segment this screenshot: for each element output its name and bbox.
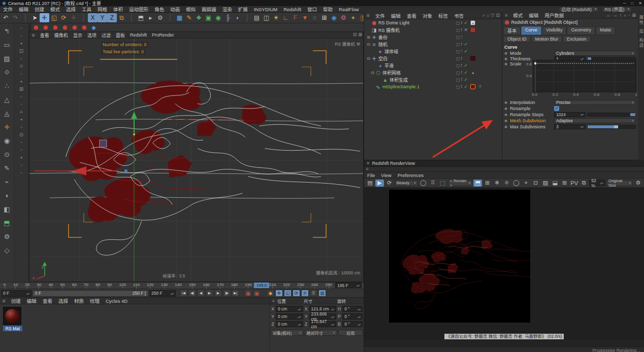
workplane-icon[interactable]: ∟: [281, 13, 291, 22]
viewport-maximize-icon[interactable]: ⊞: [358, 32, 362, 37]
layer-box-icon[interactable]: ▢: [456, 21, 460, 25]
range-start-field[interactable]: 0 F▴▾: [1, 290, 31, 297]
visibility-dots[interactable]: ∶: [461, 34, 463, 40]
attribute-tab[interactable]: 基本: [503, 26, 521, 35]
edges-mode-icon[interactable]: △: [1, 93, 13, 107]
menu-item[interactable]: 文件: [0, 6, 16, 12]
copy-icon[interactable]: ⧉: [579, 180, 588, 187]
object-row[interactable]: ⊞ ✛ 备份 ▢ ∶: [364, 33, 502, 41]
palette-icon[interactable]: ▫: [16, 93, 27, 100]
menu-item[interactable]: 工具: [79, 6, 94, 12]
record-scale-toggle[interactable]: ◱: [284, 290, 292, 297]
layout-combo[interactable]: 启动 (Redshift)▾: [559, 7, 599, 12]
renderview-canvas[interactable]: [364, 188, 644, 333]
undo-icon[interactable]: ↶: [1, 13, 11, 22]
palette-icon[interactable]: ◦: [16, 32, 27, 40]
object-name[interactable]: 空白: [378, 55, 456, 62]
hamburger-icon[interactable]: ≡: [0, 298, 8, 304]
forward-icon[interactable]: →: [613, 13, 618, 18]
layer-box-icon[interactable]: ▢: [456, 28, 460, 32]
workplane-mode-icon[interactable]: ⟐: [1, 65, 13, 79]
palette-icon[interactable]: ◦: [16, 100, 27, 108]
rs-object-icon[interactable]: ⬢: [31, 24, 40, 31]
attribute-tab[interactable]: Visibility: [542, 26, 566, 35]
search-icon[interactable]: ⌕: [482, 13, 485, 18]
enable-check[interactable]: ✕: [463, 27, 468, 32]
viewport-solo-icon[interactable]: ⊙: [1, 148, 13, 161]
scale-curve-graph[interactable]: [533, 60, 636, 92]
back-icon[interactable]: ←: [606, 13, 611, 18]
enable-check[interactable]: ✓: [463, 77, 468, 82]
palette-icon[interactable]: ⊡: [16, 47, 27, 55]
dither-icon[interactable]: ⠿: [429, 180, 437, 187]
visibility-dots[interactable]: ∶: [461, 70, 463, 75]
layer-box-icon[interactable]: ▢: [456, 78, 460, 82]
attribute-menu-item[interactable]: 模式: [510, 12, 526, 18]
material-menu-item[interactable]: 查看: [40, 298, 55, 304]
attribute-menu-item[interactable]: 用户数据: [541, 12, 567, 18]
magnet-icon[interactable]: ◖: [1, 189, 13, 202]
menu-item[interactable]: 选择: [63, 6, 79, 12]
tag-icon[interactable]: ◖: [470, 20, 475, 25]
max-subdivisions-field[interactable]: 3▴▾: [554, 124, 586, 129]
next-frame-button[interactable]: ▶: [214, 290, 222, 297]
record-position-toggle[interactable]: ✛: [275, 290, 283, 297]
lock-x-icon[interactable]: X: [88, 13, 98, 22]
mode-combo[interactable]: Cylinders∨: [554, 51, 636, 56]
primitive-cube-icon[interactable]: ▦: [175, 13, 184, 22]
play-button[interactable]: ▶: [206, 290, 213, 297]
material-menu-item[interactable]: 选择: [55, 298, 71, 304]
rs-material-icon[interactable]: ◆: [89, 24, 98, 31]
hamburger-icon[interactable]: ≡: [366, 167, 369, 171]
lock-y-icon[interactable]: Y: [98, 13, 107, 22]
deformer-icon[interactable]: ╟: [223, 13, 233, 22]
spline-pen-icon[interactable]: ✎: [184, 13, 194, 22]
coord-mode-combo[interactable]: 对象(相对)∨: [271, 330, 304, 336]
up-icon[interactable]: ↑: [620, 13, 622, 18]
layer-box-icon[interactable]: ▢: [456, 42, 460, 47]
interpolation-combo[interactable]: Precise∨: [554, 100, 636, 105]
fit-view-icon[interactable]: ⊡: [531, 180, 540, 187]
object-menu-item[interactable]: 查看: [404, 12, 420, 19]
extrude-icon[interactable]: ⬒: [1, 216, 13, 230]
layer-box-icon[interactable]: ▢: [456, 56, 460, 61]
menu-item[interactable]: 帮助: [320, 6, 336, 12]
settings-icon[interactable]: ⚙: [1, 230, 13, 243]
object-row[interactable]: ◕ 平滑 ▢ ∶ ✓: [364, 62, 502, 69]
object-name[interactable]: 备份: [378, 34, 456, 41]
visibility-dots[interactable]: ∶: [461, 77, 463, 82]
object-name[interactable]: RS 摄像机: [378, 27, 456, 33]
crop-icon[interactable]: ⬚: [438, 180, 447, 187]
region-icon[interactable]: ◯: [512, 180, 521, 187]
hamburger-icon[interactable]: ≡: [502, 13, 510, 18]
enable-check[interactable]: ✓: [463, 70, 468, 75]
object-row[interactable]: ◨ RS 摄像机 ▢ ∶ ✕: [364, 26, 502, 33]
zoom-field[interactable]: 52 %▴▾: [589, 180, 605, 186]
renderview-menu-item[interactable]: File: [364, 172, 378, 178]
viewport-menu-item[interactable]: 过滤: [99, 32, 113, 38]
arrow-down-icon[interactable]: ▼: [300, 13, 310, 22]
rs-light-icon[interactable]: ⬢: [41, 24, 50, 31]
enable-check[interactable]: ✓: [463, 84, 468, 89]
enable-check[interactable]: ✓: [463, 20, 468, 25]
polygons-mode-icon[interactable]: ◬: [1, 107, 13, 120]
search-icon[interactable]: ⌕: [624, 13, 626, 18]
enable-check[interactable]: ✓: [463, 49, 468, 54]
hamburger-icon[interactable]: ≡: [270, 298, 277, 303]
points-mode-icon[interactable]: ∴: [1, 79, 13, 93]
size-combo[interactable]: Original Size▾: [606, 180, 633, 186]
snapshot-combo[interactable]: < Render >▾: [448, 180, 472, 186]
palette-icon[interactable]: ▪: [16, 116, 27, 123]
record-rotation-toggle[interactable]: ⟳: [293, 290, 300, 297]
viewport-menu-item[interactable]: 面板: [113, 32, 127, 38]
resample-steps-field[interactable]: 1024▴▾: [554, 112, 586, 117]
maximize-button[interactable]: □: [631, 1, 633, 6]
size-mode-combo[interactable]: 绝对尺寸∨: [305, 330, 338, 336]
layer-box-icon[interactable]: ▢: [456, 85, 460, 89]
menu-item[interactable]: 角色: [151, 6, 167, 12]
layer-box-icon[interactable]: ▢: [456, 63, 460, 68]
rs-environment-icon[interactable]: ⬢: [60, 24, 69, 31]
volume-icon[interactable]: ▣: [204, 13, 213, 22]
menu-item[interactable]: 创建: [31, 6, 47, 12]
rs-proxy-icon[interactable]: ⬢: [70, 24, 79, 31]
